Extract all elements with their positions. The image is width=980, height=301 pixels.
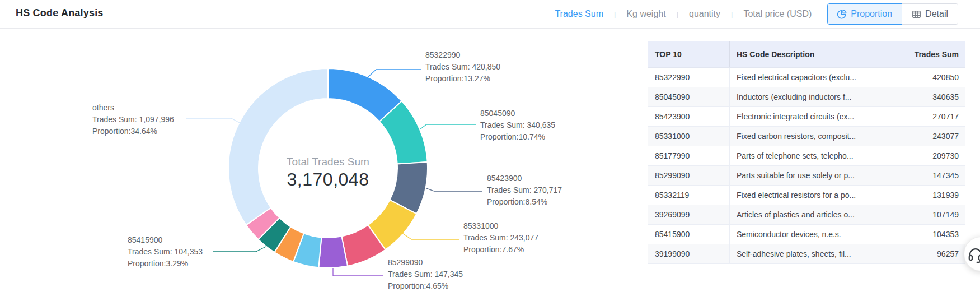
cell-description: Inductors (excluding inductors f... xyxy=(730,87,870,106)
header-controls: Trades Sum|Kg weight|quantity|Total pric… xyxy=(555,0,958,28)
cell-trades-sum: 107149 xyxy=(870,205,965,224)
cell-description: Parts of telephone sets, telepho... xyxy=(730,146,870,165)
cell-hs-code: 85045090 xyxy=(648,87,730,106)
callout-text: 85299090 xyxy=(388,257,463,268)
table-row: 85415900Semiconductor devices, n.e.s.104… xyxy=(648,225,965,244)
metric-tab-quantity[interactable]: quantity xyxy=(689,9,720,19)
headset-icon xyxy=(967,246,980,263)
callout-leader-85331000 xyxy=(402,233,459,239)
callout-text: Proportion:13.27% xyxy=(425,73,500,85)
cell-hs-code: 85299090 xyxy=(648,166,730,185)
cell-trades-sum: 104353 xyxy=(870,225,965,244)
cell-trades-sum: 96257 xyxy=(870,244,965,263)
callout-text: 85045090 xyxy=(480,108,555,119)
column-header-top-10: TOP 10 xyxy=(648,41,730,67)
cell-trades-sum: 147345 xyxy=(870,166,965,185)
cell-description: Fixed carbon resistors, composit... xyxy=(730,127,870,146)
top10-table: TOP 10HS Code DescriptionTrades Sum 8532… xyxy=(648,41,965,264)
cell-description: Articles of plastics and articles o... xyxy=(730,205,870,224)
cell-hs-code: 85415900 xyxy=(648,225,730,244)
cell-trades-sum: 340635 xyxy=(870,87,965,106)
column-header-trades-sum: Trades Sum xyxy=(870,41,965,67)
callout-85322990: 85322990Trades Sum: 420,850Proportion:13… xyxy=(425,49,500,85)
metric-separator: | xyxy=(731,10,733,18)
cell-hs-code: 85322990 xyxy=(648,68,730,87)
cell-description: Fixed electrical capacitors (exclu... xyxy=(730,68,870,87)
callout-text: Trades Sum: 340,635 xyxy=(480,119,555,131)
cell-trades-sum: 131939 xyxy=(870,186,965,205)
metric-tabs: Trades Sum|Kg weight|quantity|Total pric… xyxy=(555,9,812,19)
callout-text: Trades Sum: 147,345 xyxy=(388,268,463,280)
cell-trades-sum: 270717 xyxy=(870,107,965,126)
page-header: HS Code Analysis Trades Sum|Kg weight|qu… xyxy=(0,0,980,29)
table-row: 85299090Parts suitable for use solely or… xyxy=(648,166,965,186)
callout-text: Trades Sum: 104,353 xyxy=(128,246,203,258)
callout-leader-others xyxy=(186,118,240,123)
cell-hs-code: 39269099 xyxy=(648,205,730,224)
callout-text: Trades Sum: 420,850 xyxy=(425,61,500,73)
callout-leader-85045090 xyxy=(420,124,476,129)
cell-description: Self-adhesive plates, sheets, fil... xyxy=(730,244,870,263)
cell-hs-code: 85423900 xyxy=(648,107,730,126)
cell-trades-sum: 420850 xyxy=(870,68,965,87)
view-switch: ProportionDetail xyxy=(827,3,958,25)
cell-description: Electronic integrated circuits (ex... xyxy=(730,107,870,126)
callout-text: others xyxy=(92,102,174,114)
callout-text: 85322990 xyxy=(425,49,500,61)
cell-hs-code: 39199090 xyxy=(648,244,730,263)
table-row: 85177990Parts of telephone sets, telepho… xyxy=(648,146,965,166)
table-row: 39199090Self-adhesive plates, sheets, fi… xyxy=(648,244,965,264)
detail-button[interactable]: Detail xyxy=(902,3,958,25)
button-label: Proportion xyxy=(851,9,892,19)
table-row: 85332119Fixed electrical resistors for a… xyxy=(648,186,965,205)
button-label: Detail xyxy=(925,9,948,19)
table-row: 85045090Inductors (excluding inductors f… xyxy=(648,87,965,107)
table-icon xyxy=(912,10,921,19)
cell-description: Fixed electrical resistors for a po... xyxy=(730,186,870,205)
callout-text: Trades Sum: 1,097,996 xyxy=(92,114,174,126)
metric-tab-total-price-usd[interactable]: Total price (USD) xyxy=(743,9,812,19)
callout-text: Proportion:34.64% xyxy=(92,126,174,137)
cell-trades-sum: 209730 xyxy=(870,146,965,165)
callout-leader-85423900 xyxy=(426,188,482,191)
callout-85423900: 85423900Trades Sum: 270,717Proportion:8.… xyxy=(487,173,562,208)
callout-text: 85415900 xyxy=(128,234,203,246)
cell-trades-sum: 243077 xyxy=(870,127,965,146)
table-body: 85322990Fixed electrical capacitors (exc… xyxy=(648,68,965,264)
proportion-button[interactable]: Proportion xyxy=(827,3,902,25)
cell-hs-code: 85331000 xyxy=(648,127,730,146)
metric-tab-trades-sum[interactable]: Trades Sum xyxy=(555,9,603,19)
cell-hs-code: 85332119 xyxy=(648,186,730,205)
table-row: 85331000Fixed carbon resistors, composit… xyxy=(648,127,965,146)
column-header-hs-code-description: HS Code Description xyxy=(730,41,870,67)
callout-85299090: 85299090Trades Sum: 147,345Proportion:4.… xyxy=(388,257,463,292)
callout-85331000: 85331000Trades Sum: 243,077Proportion:7.… xyxy=(463,220,538,256)
cell-description: Semiconductor devices, n.e.s. xyxy=(730,225,870,244)
callout-text: Proportion:10.74% xyxy=(480,131,555,143)
pie-slice-others[interactable] xyxy=(228,68,328,225)
page-title: HS Code Analysis xyxy=(16,7,104,19)
hs-code-analysis-page: HS Code Analysis Trades Sum|Kg weight|qu… xyxy=(0,0,980,301)
metric-separator: | xyxy=(614,10,616,18)
callout-85415900: 85415900Trades Sum: 104,353Proportion:3.… xyxy=(128,234,203,270)
cell-hs-code: 85177990 xyxy=(648,146,730,165)
callout-text: 85331000 xyxy=(463,220,538,232)
table-row: 39269099Articles of plastics and article… xyxy=(648,205,965,225)
cell-description: Parts suitable for use solely or p... xyxy=(730,166,870,185)
callout-leader-85415900 xyxy=(213,247,266,252)
callout-85045090: 85045090Trades Sum: 340,635Proportion:10… xyxy=(480,108,555,143)
callout-text: Trades Sum: 270,717 xyxy=(487,184,562,196)
callout-others: othersTrades Sum: 1,097,996Proportion:34… xyxy=(92,102,174,137)
callout-text: Proportion:4.65% xyxy=(388,280,463,292)
metric-tab-kg-weight[interactable]: Kg weight xyxy=(626,9,665,19)
metric-separator: | xyxy=(677,10,678,18)
table-header-row: TOP 10HS Code DescriptionTrades Sum xyxy=(648,41,965,68)
table-row: 85322990Fixed electrical capacitors (exc… xyxy=(648,68,965,87)
callout-leader-85322990 xyxy=(368,70,421,77)
pie-chart-icon xyxy=(837,10,847,19)
callout-text: 85423900 xyxy=(487,173,562,184)
callout-text: Proportion:3.29% xyxy=(128,258,203,270)
callout-text: Proportion:8.54% xyxy=(487,196,562,208)
callout-text: Proportion:7.67% xyxy=(463,244,538,256)
callout-text: Trades Sum: 243,077 xyxy=(463,232,538,244)
